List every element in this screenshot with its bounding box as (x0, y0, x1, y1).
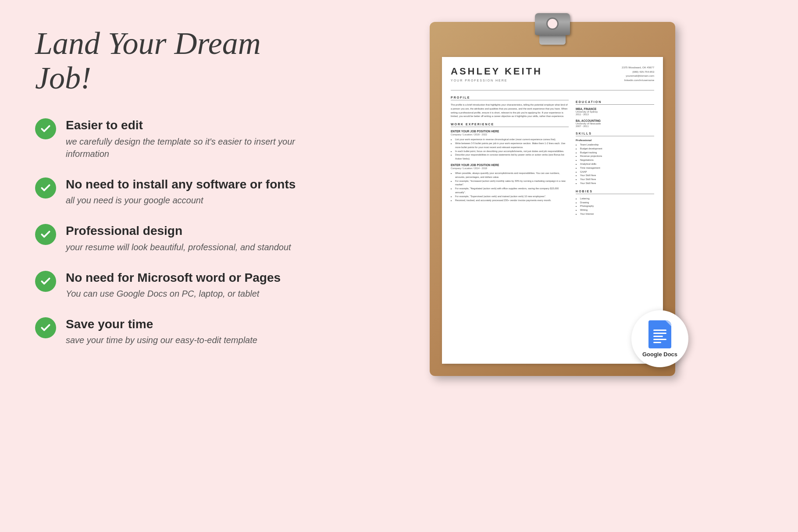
feature-title-4: No need for Microsoft word or Pages (66, 270, 281, 286)
skill-7: Time management (580, 166, 654, 170)
skill-10: Your Skill Here (580, 177, 654, 181)
job2-bullet-5: Received, tracked, and accurately proces… (455, 199, 569, 202)
resume-section-hobbies: HOBIES Lettering Drawing Photography Wri… (576, 190, 654, 216)
job2-bullet-2: For example, "Increased (action verb) mo… (455, 179, 569, 187)
clip-body (535, 13, 570, 35)
feature-title-5: Save your time (66, 316, 257, 332)
contact-phone: (980) 435-754-653 (593, 70, 654, 74)
feature-item-no-software: No need to install any software or fonts… (35, 177, 324, 206)
resume-section-education: EDUCATION MBA, FINANCE University of Syd… (576, 100, 654, 128)
job1-company: Company / Location / 2018 - 2022 (451, 133, 569, 136)
job-item-1: ENTER YOUR JOB POSITION HERE Company / L… (451, 130, 569, 161)
resume-section-skills: SKILLS Professional Team Leadership Budg… (576, 132, 654, 185)
left-section: Land Your Dream Job! Easier to edit we c… (35, 26, 342, 346)
resume-left-col: PROFILE The profile is a brief introduct… (451, 96, 569, 219)
job1-bullets: List your work experience in reverse chr… (451, 138, 569, 161)
feature-desc-5: save your time by using our easy-to-edit… (66, 334, 257, 346)
check-icon-2 (35, 177, 56, 199)
check-icon-4 (35, 271, 56, 292)
skill-5: Negotiations (580, 158, 654, 162)
feature-item-easier-edit: Easier to edit we carefully design the t… (35, 117, 324, 160)
skill-1: Team Leadership (580, 143, 654, 147)
skill-6: Analytical skills (580, 162, 654, 166)
google-docs-icon (648, 320, 671, 348)
job1-bullet-1: List your work experience in reverse chr… (455, 138, 569, 142)
clip-bottom (539, 35, 566, 45)
edu2-years: 2007 - 2011 (576, 125, 654, 128)
job2-bullet-4: For example, "Supervised (action verb) a… (455, 195, 569, 199)
feature-item-save-time: Save your time save your time by using o… (35, 316, 324, 346)
feature-desc-1: we carefully design the template so it's… (66, 135, 324, 160)
google-docs-badge[interactable]: Google Docs (631, 310, 688, 367)
feature-text-2: No need to install any software or fonts… (66, 177, 296, 206)
edu-title: EDUCATION (576, 100, 654, 105)
feature-title-3: Professional design (66, 223, 291, 239)
edu-item-2: BA, ACCOUNTING University of Newcastle 2… (576, 119, 654, 128)
main-container: Land Your Dream Job! Easier to edit we c… (0, 0, 798, 532)
job1-title: ENTER YOUR JOB POSITION HERE (451, 130, 569, 133)
edu1-degree: MBA, FINANCE (576, 107, 654, 110)
feature-text-4: No need for Microsoft word or Pages You … (66, 270, 281, 300)
job2-title: ENTER YOUR JOB POSITION HERE (451, 163, 569, 167)
job2-bullet-1: When possible, always quantify your acco… (455, 171, 569, 179)
headline: Land Your Dream Job! (35, 26, 324, 96)
resume-name: ASHLEY KEITH (451, 66, 593, 77)
feature-title-1: Easier to edit (66, 117, 324, 133)
job1-bullet-3: In each bullet point, focus on describin… (455, 149, 569, 153)
gdocs-line-3 (653, 336, 663, 337)
resume-section-work: WORK EXPERIENCE ENTER YOUR JOB POSITION … (451, 123, 569, 202)
feature-desc-3: your resume will look beautiful, profess… (66, 241, 291, 253)
hobbies-title: HOBIES (576, 190, 654, 194)
profile-title: PROFILE (451, 96, 569, 100)
resume-section-profile: PROFILE The profile is a brief introduct… (451, 96, 569, 118)
gdocs-line-4 (653, 339, 666, 340)
clipboard-clip (535, 13, 570, 44)
job-item-2: ENTER YOUR JOB POSITION HERE Company / L… (451, 163, 569, 202)
feature-title-2: No need to install any software or fonts (66, 177, 296, 192)
edu2-degree: BA, ACCOUNTING (576, 119, 654, 122)
resume-right-col: EDUCATION MBA, FINANCE University of Syd… (576, 96, 654, 219)
right-section: ASHLEY KEITH YOUR PROFESSION HERE 2375 W… (342, 26, 763, 376)
work-title: WORK EXPERIENCE (451, 123, 569, 127)
contact-linkedin: linkedin.com/in/username (593, 78, 654, 83)
job2-bullets: When possible, always quantify your acco… (451, 171, 569, 202)
edu1-years: 2011 - 2013 (576, 113, 654, 116)
contact-address: 2375 Woodward, OK 45677 (593, 66, 654, 70)
resume-body: PROFILE The profile is a brief introduct… (451, 96, 654, 219)
gdocs-line-5 (653, 342, 661, 343)
edu-item-1: MBA, FINANCE University of Sydney 2011 -… (576, 107, 654, 116)
hobbies-list: Lettering Drawing Photography Writing Yo… (576, 197, 654, 216)
clip-hole (546, 18, 559, 30)
check-icon-5 (35, 317, 56, 338)
google-docs-label: Google Docs (642, 351, 677, 358)
feature-item-professional: Professional design your resume will loo… (35, 223, 324, 253)
job1-bullet-4: Describe your responsibilities in concis… (455, 153, 569, 161)
skill-3: Budget tracking (580, 151, 654, 155)
feature-desc-2: all you need is your google account (66, 194, 296, 206)
skills-title: SKILLS (576, 132, 654, 136)
resume-paper: ASHLEY KEITH YOUR PROFESSION HERE 2375 W… (442, 57, 663, 364)
resume-name-section: ASHLEY KEITH YOUR PROFESSION HERE (451, 66, 593, 85)
gdocs-line-2 (653, 333, 666, 334)
contact-email: youremail@domain.com (593, 74, 654, 78)
hobby-2: Drawing (580, 201, 654, 205)
check-icon-1 (35, 118, 56, 139)
feature-desc-4: You can use Google Docs on PC, laptop, o… (66, 287, 281, 300)
hobby-1: Lettering (580, 197, 654, 201)
profile-body: The profile is a brief introduction that… (451, 103, 569, 118)
resume-profession: YOUR PROFESSION HERE (451, 79, 593, 82)
hobby-4: Writing (580, 208, 654, 212)
skill-8: GAAP (580, 170, 654, 174)
job2-company: Company / Location / 2014 - 2018 (451, 167, 569, 170)
feature-text-1: Easier to edit we carefully design the t… (66, 117, 324, 160)
feature-item-no-microsoft: No need for Microsoft word or Pages You … (35, 270, 324, 300)
features-list: Easier to edit we carefully design the t… (35, 117, 324, 346)
skills-category: Professional (576, 139, 654, 142)
clipboard-wrapper: ASHLEY KEITH YOUR PROFESSION HERE 2375 W… (430, 22, 675, 376)
feature-text-5: Save your time save your time by using o… (66, 316, 257, 346)
job2-bullet-3: For example, "Negotiated (action verb) w… (455, 187, 569, 195)
skill-11: Your Skill Here (580, 181, 654, 185)
skill-2: Budget development (580, 147, 654, 151)
resume-contact: 2375 Woodward, OK 45677 (980) 435-754-65… (593, 66, 654, 82)
hobby-5: Your Interest (580, 212, 654, 216)
